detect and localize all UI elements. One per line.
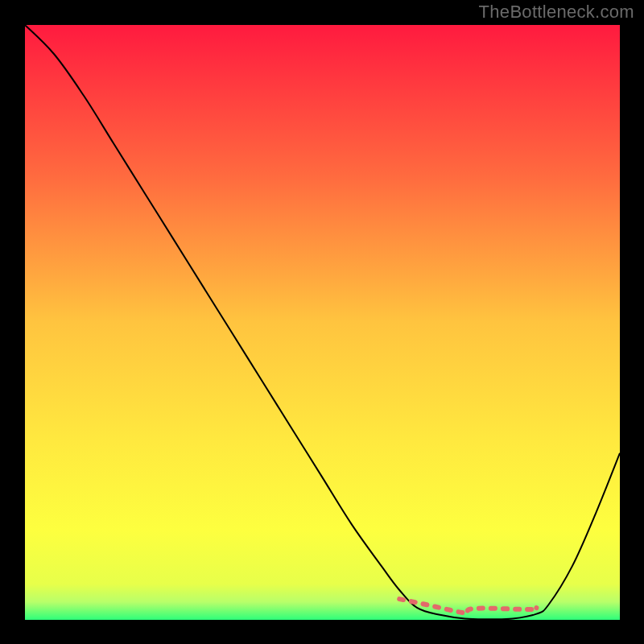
chart-container: TheBottleneck.com	[0, 0, 644, 644]
watermark-text: TheBottleneck.com	[479, 2, 634, 23]
plot-border	[24, 24, 621, 621]
